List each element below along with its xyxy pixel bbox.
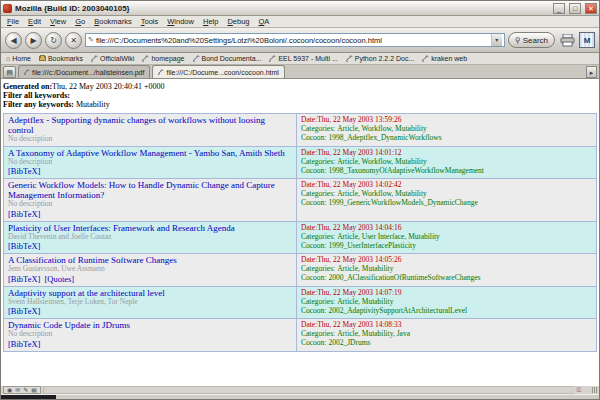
mozilla-throbber-icon[interactable]: M: [579, 32, 595, 48]
window-title: Mozilla {Build ID: 2003040105}: [15, 4, 549, 13]
url-input[interactable]: [96, 34, 489, 46]
entry-cocoon: Cocoon:2002_JDrums: [301, 338, 592, 347]
taskbar-window-button[interactable]: [1, 395, 56, 399]
entry-title-link[interactable]: Generic Workflow Models: How to Handle D…: [8, 180, 292, 200]
menu-file[interactable]: File: [7, 17, 19, 26]
personal-toolbar: ⌂Home Bookmarks OfficialWiki homepage Bo…: [1, 53, 599, 65]
addressbook-icon[interactable]: ▤: [31, 387, 37, 393]
list-item: Plasticity of User Interfaces: Framework…: [4, 222, 596, 255]
menu-qa[interactable]: QA: [259, 17, 270, 26]
reload-button[interactable]: ↻: [45, 32, 62, 49]
status-bar: ◉ ✉ ✎ ▤ ⚿: [1, 385, 599, 394]
back-icon: ◀: [10, 36, 16, 45]
list-item: Adeptflex - Supporting dynamic changes o…: [4, 114, 596, 147]
menu-help[interactable]: Help: [203, 17, 218, 26]
bookmark-home[interactable]: ⌂Home: [6, 55, 31, 62]
new-tab-button[interactable]: ▤: [3, 66, 16, 78]
entry-description: No description: [8, 135, 292, 144]
resize-grip[interactable]: [583, 386, 597, 394]
search-button-label: Search: [523, 36, 548, 45]
back-button[interactable]: ◀: [5, 32, 22, 49]
bookmark-python-doc[interactable]: Python 2.2.2 Doc...: [346, 55, 415, 63]
entry-date: Date:Thu, 22 May 2003 14:01:12: [301, 148, 592, 157]
mail-icon[interactable]: ✉: [15, 387, 20, 393]
navigator-icon[interactable]: ◉: [7, 387, 12, 393]
quotes-link[interactable]: [Quotes]: [44, 274, 74, 284]
forward-button[interactable]: ▶: [25, 32, 42, 49]
browser-window: Mozilla {Build ID: 2003040105} _ □ ✕ Fil…: [0, 0, 600, 400]
security-lock-icon[interactable]: ⚿: [576, 387, 581, 393]
maximize-button[interactable]: □: [569, 3, 581, 14]
entry-categories: Categories:Article, Mutability: [301, 264, 592, 273]
bibliography-list: Adeptflex - Supporting dynamic changes o…: [3, 113, 597, 352]
filter-any-line: Filter any keywords: Mutability: [3, 100, 597, 109]
bookmark-icon: [193, 55, 200, 63]
bibtex-link[interactable]: [BibTeX]: [8, 241, 40, 251]
close-button[interactable]: ✕: [585, 3, 597, 14]
bibtex-link[interactable]: [BibTeX]: [8, 209, 40, 219]
bookmark-officialwiki[interactable]: OfficialWiki: [91, 55, 134, 63]
menu-view[interactable]: View: [50, 17, 66, 26]
bibtex-link[interactable]: [BibTeX]: [8, 274, 40, 284]
home-icon: ⌂: [6, 55, 10, 62]
reload-icon: ↻: [50, 36, 57, 45]
menu-bookmarks[interactable]: Bookmarks: [94, 17, 132, 26]
entry-categories: Categories:Article, Workflow, Mutability: [301, 157, 592, 166]
tab-bookmark-icon: [158, 69, 164, 76]
entry-title-link[interactable]: Adeptflex - Supporting dynamic changes o…: [8, 115, 292, 135]
entry-date: Date:Thu, 22 May 2003 14:08:33: [301, 320, 592, 329]
bookmark-kraken-web[interactable]: kraken web: [422, 55, 467, 63]
entry-cocoon: Cocoon:2002_AdaptivitySupportAtArchitect…: [301, 306, 592, 315]
url-bar: ✎ ▾: [85, 33, 505, 47]
entry-description: No description: [8, 158, 292, 167]
bibtex-link[interactable]: [BibTeX]: [8, 166, 40, 176]
tab-cocoon-html[interactable]: file:///C:/Docume...coon/cocoon.html: [152, 65, 284, 78]
entry-title-link[interactable]: Plasticity of User Interfaces: Framework…: [8, 223, 292, 233]
list-item: A Classification of Runtime Software Cha…: [4, 254, 596, 287]
entry-categories: Categories:Article, User Interface, Muta…: [301, 232, 592, 241]
folder-icon: [39, 56, 46, 61]
bookmark-bond-documents[interactable]: Bond Documenta...: [193, 55, 262, 63]
menu-edit[interactable]: Edit: [28, 17, 41, 26]
url-dropdown-icon[interactable]: ▾: [491, 34, 502, 46]
menu-bar: File Edit View Go Bookmarks Tools Window…: [1, 16, 599, 28]
entry-cocoon: Cocoon:1999_GenericWorkflowModels_Dynami…: [301, 198, 592, 207]
search-icon: ⚲: [515, 36, 521, 45]
tab-scroll-right-button[interactable]: ▸: [586, 66, 597, 78]
filter-all-line: Filter all keywords:: [3, 91, 597, 100]
menu-go[interactable]: Go: [75, 17, 85, 26]
entry-description: No description: [8, 330, 292, 339]
mozilla-app-icon: [3, 4, 12, 13]
entry-title-link[interactable]: A Taxonomy of Adaptive Workflow Manageme…: [8, 148, 292, 158]
bibtex-link[interactable]: [BibTeX]: [8, 339, 40, 349]
stop-button[interactable]: ✕: [65, 32, 82, 49]
entry-categories: Categories:Article, Mutability, Java: [301, 329, 592, 338]
status-message-area: [43, 386, 574, 394]
menu-window[interactable]: Window: [167, 17, 194, 26]
list-item: A Taxonomy of Adaptive Workflow Manageme…: [4, 147, 596, 180]
menu-tools[interactable]: Tools: [141, 17, 159, 26]
menu-debug[interactable]: Debug: [227, 17, 249, 26]
list-item: Generic Workflow Models: How to Handle D…: [4, 179, 596, 222]
bibtex-link[interactable]: [BibTeX]: [8, 306, 40, 316]
page-content: Generated on:Thu, 22 May 2003 20:40:41 +…: [1, 79, 599, 385]
component-bar: ◉ ✉ ✎ ▤: [3, 386, 41, 394]
search-button[interactable]: ⚲ Search: [508, 32, 555, 48]
composer-icon[interactable]: ✎: [23, 387, 28, 393]
entry-cocoon: Cocoon:2000_AClassificationOfRuntimeSoft…: [301, 273, 592, 282]
entry-date: Date:Thu, 22 May 2003 14:02:42: [301, 180, 592, 189]
entry-title-link[interactable]: Adaptivity support at the architectural …: [8, 288, 292, 298]
minimize-button[interactable]: _: [553, 3, 565, 14]
windows-taskbar: [1, 394, 599, 399]
print-icon[interactable]: [558, 33, 576, 48]
entry-categories: Categories:Article, Workflow, Mutability: [301, 124, 592, 133]
bookmark-icon: [422, 55, 429, 63]
bookmark-eel5937[interactable]: EEL 5937 - Multi ...: [269, 55, 337, 63]
entry-cocoon: Cocoon:1998_TaxonomyOfAdaptiveWorkflowMa…: [301, 166, 592, 175]
entry-date: Date:Thu, 22 May 2003 14:04:16: [301, 223, 592, 232]
bookmark-folder[interactable]: Bookmarks: [39, 55, 83, 62]
bookmark-homepage[interactable]: homepage: [142, 55, 184, 63]
entry-date: Date:Thu, 22 May 2003 14:05:26: [301, 255, 592, 264]
tab-hallsteinsen-pdf[interactable]: file:///c:/Document.../hallsteinsen.pdf: [18, 65, 150, 78]
page-icon: ✎: [88, 36, 94, 44]
